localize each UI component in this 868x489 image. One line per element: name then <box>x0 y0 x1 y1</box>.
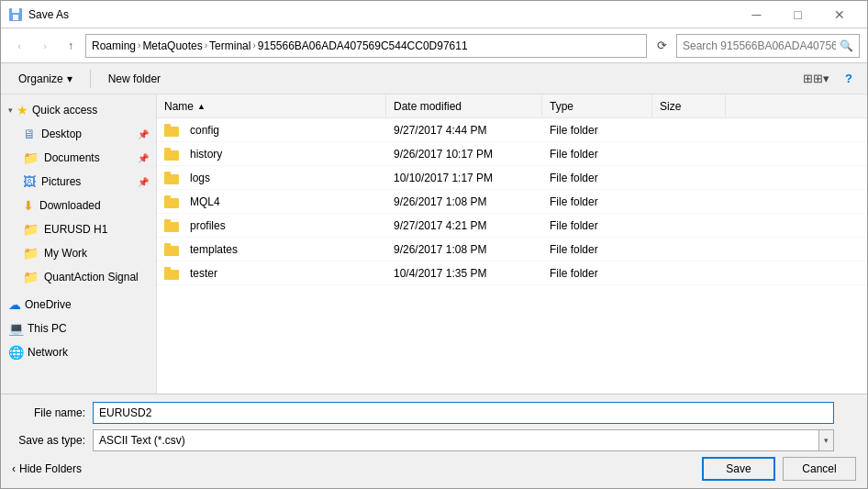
file-cell-date: 9/27/2017 4:21 PM <box>386 214 542 237</box>
file-cell-type: File folder <box>542 261 652 284</box>
sidebar-item-documents[interactable]: 📁 Documents 📌 <box>1 146 156 170</box>
savetype-select[interactable]: ASCII Text (*.csv) ▾ <box>93 429 834 451</box>
file-cell-type: File folder <box>542 238 652 261</box>
view-arrow: ▾ <box>823 72 829 85</box>
title-bar: Save As ─ □ ✕ <box>1 1 867 28</box>
pictures-icon: 🖼 <box>23 174 36 189</box>
organize-label: Organize <box>18 72 63 85</box>
file-cell-name: history <box>157 142 386 165</box>
col-size-label: Size <box>660 100 681 113</box>
close-button[interactable]: ✕ <box>818 1 860 28</box>
back-button[interactable]: ‹ <box>8 35 30 57</box>
organize-arrow: ▾ <box>67 72 72 85</box>
table-row[interactable]: logs 10/10/2017 1:17 PM File folder <box>157 166 867 190</box>
sidebar-item-desktop-label: Desktop <box>41 128 82 140</box>
file-list: Name ▲ Date modified Type Size config <box>157 94 867 394</box>
sidebar-item-documents-label: Documents <box>44 151 100 164</box>
sort-arrow-name: ▲ <box>197 102 206 111</box>
up-button[interactable]: ↑ <box>60 35 82 57</box>
file-cell-date: 9/26/2017 10:17 PM <box>386 142 542 165</box>
file-name: MQL4 <box>190 195 220 208</box>
search-input[interactable] <box>683 39 836 52</box>
sidebar-item-downloaded-label: Downloaded <box>39 199 101 212</box>
hide-folders-chevron: ‹ <box>12 462 16 475</box>
file-cell-name: tester <box>157 261 386 284</box>
hide-folders-button[interactable]: ‹ Hide Folders <box>12 462 82 475</box>
up-icon: ↑ <box>68 39 73 52</box>
file-cell-name: templates <box>157 238 386 261</box>
documents-icon: 📁 <box>23 150 39 165</box>
file-cell-date: 9/26/2017 1:08 PM <box>386 190 542 213</box>
new-folder-button[interactable]: New folder <box>98 67 171 91</box>
forward-button[interactable]: › <box>34 35 56 57</box>
network-label: Network <box>28 346 68 359</box>
bottom-bar: File name: Save as type: ASCII Text (*.c… <box>1 394 867 488</box>
col-header-size[interactable]: Size <box>652 94 726 117</box>
network-icon: 🌐 <box>8 345 24 360</box>
save-button[interactable]: Save <box>702 457 775 481</box>
file-cell-size <box>652 190 726 213</box>
folder-icon <box>164 267 179 280</box>
desktop-pin-icon: 📌 <box>138 129 149 139</box>
col-header-date[interactable]: Date modified <box>386 94 542 117</box>
sidebar-section-onedrive[interactable]: ☁ OneDrive <box>1 293 156 317</box>
toolbar: Organize ▾ New folder ⊞⊞ ▾ ? <box>1 63 867 94</box>
sidebar-item-pictures[interactable]: 🖼 Pictures 📌 <box>1 170 156 194</box>
file-cell-size <box>652 166 726 189</box>
sidebar-section-network[interactable]: 🌐 Network <box>1 340 156 364</box>
sidebar-item-eurusd[interactable]: 📁 EURUSD H1 <box>1 217 156 241</box>
file-name: profiles <box>190 219 226 232</box>
table-row[interactable]: tester 10/4/2017 1:35 PM File folder <box>157 261 867 285</box>
quantaction-icon: 📁 <box>23 270 39 284</box>
savetype-arrow[interactable]: ▾ <box>818 430 833 450</box>
table-row[interactable]: templates 9/26/2017 1:08 PM File folder <box>157 238 867 261</box>
back-icon: ‹ <box>17 40 21 51</box>
folder-icon <box>164 195 179 208</box>
search-icon: 🔍 <box>840 39 853 52</box>
path-roaming: Roaming <box>92 39 136 52</box>
table-row[interactable]: MQL4 9/26/2017 1:08 PM File folder <box>157 190 867 214</box>
file-cell-date: 9/27/2017 4:44 PM <box>386 118 542 141</box>
file-name: tester <box>190 267 217 280</box>
onedrive-icon: ☁ <box>8 297 21 312</box>
path-arrow-2: › <box>205 40 207 50</box>
maximize-button[interactable]: □ <box>777 1 818 28</box>
sidebar-section-thispc[interactable]: 💻 This PC <box>1 317 156 340</box>
col-header-type[interactable]: Type <box>542 94 652 117</box>
sidebar-item-quantaction-label: QuantAction Signal <box>44 271 139 283</box>
help-button[interactable]: ? <box>838 68 860 90</box>
file-cell-size <box>652 142 726 165</box>
window-title: Save As <box>28 8 69 21</box>
minimize-button[interactable]: ─ <box>736 1 777 28</box>
save-as-dialog: Save As ─ □ ✕ ‹ › ↑ Roaming › MetaQuotes… <box>0 0 868 489</box>
file-rows-container: config 9/27/2017 4:44 PM File folder his… <box>157 118 867 285</box>
sidebar-item-desktop[interactable]: 🖥 Desktop 📌 <box>1 122 156 146</box>
col-date-label: Date modified <box>394 100 462 113</box>
savetype-label: Save as type: <box>12 434 85 447</box>
col-header-name[interactable]: Name ▲ <box>157 94 386 117</box>
folder-icon <box>164 148 179 161</box>
table-row[interactable]: profiles 9/27/2017 4:21 PM File folder <box>157 214 867 238</box>
thispc-icon: 💻 <box>8 321 24 336</box>
title-bar-left: Save As <box>8 7 69 22</box>
refresh-button[interactable]: ⟳ <box>651 35 673 57</box>
cancel-button[interactable]: Cancel <box>783 457 856 481</box>
view-button[interactable]: ⊞⊞ ▾ <box>798 68 834 90</box>
filename-input[interactable] <box>93 402 834 424</box>
file-cell-size <box>652 118 726 141</box>
sidebar-item-quantaction[interactable]: 📁 QuantAction Signal <box>1 265 156 289</box>
sidebar-section-quick-access[interactable]: ▾ ★ Quick access <box>1 98 156 122</box>
main-content: ▾ ★ Quick access 🖥 Desktop 📌 📁 Documents… <box>1 94 867 394</box>
address-path[interactable]: Roaming › MetaQuotes › Terminal › 915566… <box>85 34 647 58</box>
help-label: ? <box>845 72 852 85</box>
sidebar-item-downloaded[interactable]: ⬇ Downloaded <box>1 194 156 217</box>
organize-button[interactable]: Organize ▾ <box>8 67 83 91</box>
desktop-icon: 🖥 <box>23 127 36 141</box>
col-name-label: Name <box>164 100 194 113</box>
search-box[interactable]: 🔍 <box>676 34 860 58</box>
table-row[interactable]: config 9/27/2017 4:44 PM File folder <box>157 118 867 142</box>
file-cell-type: File folder <box>542 214 652 237</box>
sidebar-item-my-work[interactable]: 📁 My Work <box>1 241 156 265</box>
svg-rect-2 <box>13 15 18 20</box>
table-row[interactable]: history 9/26/2017 10:17 PM File folder <box>157 142 867 166</box>
